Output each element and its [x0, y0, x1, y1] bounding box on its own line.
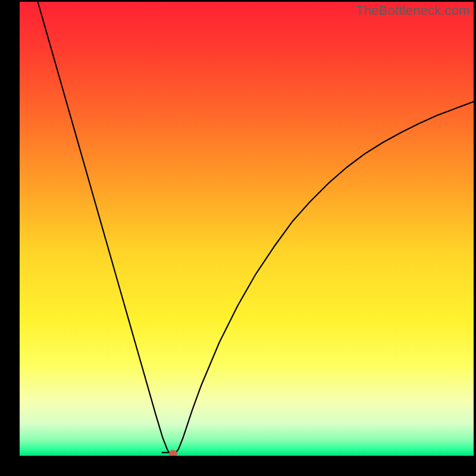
- curve-layer: [20, 2, 474, 456]
- chart-frame: TheBottleneck.com: [0, 0, 476, 476]
- plot-area: TheBottleneck.com: [20, 2, 474, 456]
- optimal-marker: [169, 450, 177, 456]
- bottleneck-curve: [38, 2, 474, 454]
- watermark-text: TheBottleneck.com: [356, 3, 470, 18]
